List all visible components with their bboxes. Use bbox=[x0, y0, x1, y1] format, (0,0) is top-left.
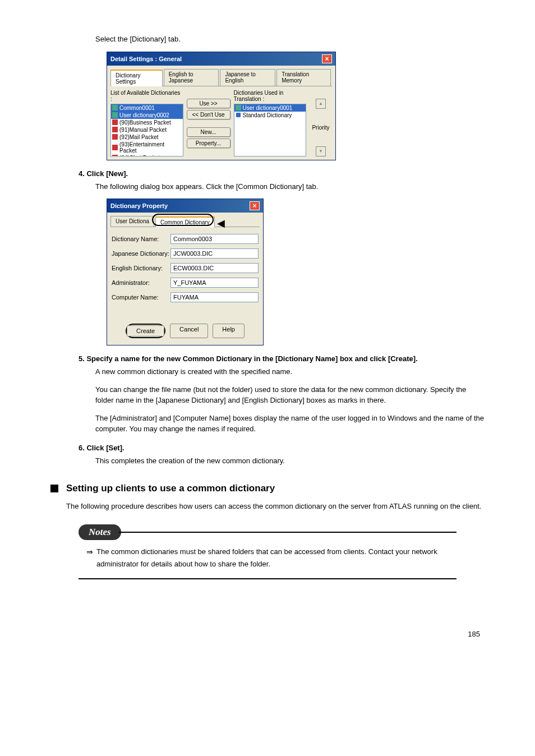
dict-icon bbox=[112, 155, 118, 156]
step-6-desc: This completes the creation of the new c… bbox=[95, 455, 485, 467]
list-item[interactable]: Standard Dictionary bbox=[234, 112, 306, 119]
tab-en-jp[interactable]: English to Japanese bbox=[164, 69, 219, 86]
list-item[interactable]: (92)Mail Packet bbox=[111, 133, 183, 141]
close-icon[interactable]: × bbox=[250, 201, 260, 210]
tabs-1: Dictionary Settings English to Japanese … bbox=[110, 69, 332, 86]
dict-icon bbox=[236, 112, 241, 118]
cancel-button[interactable]: Cancel bbox=[170, 324, 208, 338]
property-button[interactable]: Property... bbox=[187, 139, 230, 148]
notes-rule-top bbox=[119, 532, 456, 533]
notes-box: Notes ⇒ The common dictionaries must be … bbox=[79, 524, 456, 579]
available-dict-list[interactable]: Common0001 User dictionary0002 (90)Busin… bbox=[110, 104, 183, 156]
notes-rule-bottom bbox=[79, 578, 456, 579]
window-title-1: Detail Settings : General bbox=[110, 56, 182, 62]
dict-icon bbox=[112, 145, 118, 150]
help-button[interactable]: Help bbox=[213, 324, 245, 338]
priority-down-button[interactable]: ▼ bbox=[316, 146, 326, 156]
close-icon[interactable]: × bbox=[322, 54, 332, 63]
notes-badge: Notes bbox=[79, 524, 121, 540]
step-5-desc-3: The [Administrator] and [Computer Name] … bbox=[95, 413, 485, 435]
dict-icon bbox=[112, 134, 118, 140]
tab-translation-memory[interactable]: Translation Memory bbox=[276, 69, 331, 86]
dict-name-input[interactable] bbox=[170, 234, 259, 244]
tab-user-dictionary[interactable]: User Dictiona bbox=[110, 216, 154, 227]
window-title-2: Dictionary Property bbox=[110, 202, 168, 209]
new-button[interactable]: New... bbox=[187, 127, 230, 137]
page-number: 185 bbox=[50, 630, 485, 638]
used-dict-label: Dictionaries Used in Translation : bbox=[234, 90, 307, 102]
notes-text: The common dictionaries must be shared f… bbox=[96, 546, 456, 570]
notes-arrow-icon: ⇒ bbox=[86, 546, 93, 570]
dont-use-button[interactable]: << Don't Use bbox=[187, 110, 230, 119]
create-button[interactable]: Create bbox=[127, 325, 164, 336]
step-5: 5. Specify a name for the new Common Dic… bbox=[79, 354, 485, 363]
admin-input[interactable] bbox=[170, 278, 259, 288]
use-button[interactable]: Use >> bbox=[187, 99, 230, 108]
section-marker-icon bbox=[50, 485, 58, 492]
jp-dict-label: Japanese Dictionary: bbox=[112, 250, 170, 257]
computer-name-input[interactable] bbox=[170, 292, 259, 302]
dict-icon bbox=[236, 105, 241, 110]
en-dict-input[interactable] bbox=[170, 263, 259, 273]
dict-icon bbox=[112, 112, 118, 118]
intro-text: Select the [Dictionary] tab. bbox=[95, 34, 485, 45]
computer-name-label: Computer Name: bbox=[112, 294, 170, 301]
step-4: 4. Click [New]. bbox=[79, 169, 485, 178]
tabs-2: User Dictiona Common Dictionary bbox=[110, 216, 260, 227]
step-6: 6. Click [Set]. bbox=[79, 444, 485, 452]
dict-name-label: Dictionary Name: bbox=[112, 236, 170, 242]
priority-up-button[interactable]: ▲ bbox=[316, 99, 326, 109]
tab-jp-en[interactable]: Japanese to English bbox=[220, 69, 275, 86]
annotation-arrow-icon: ◀ bbox=[217, 217, 225, 229]
step-5-desc-1: A new common dictionary is created with … bbox=[95, 366, 485, 377]
available-dict-label: List of Available Dictionaries : bbox=[110, 90, 183, 102]
dictionary-property-window: Dictionary Property × User Dictiona Comm… bbox=[107, 199, 264, 345]
list-item[interactable]: Common0001 bbox=[111, 104, 183, 112]
tab-dictionary-settings[interactable]: Dictionary Settings bbox=[110, 70, 163, 86]
section-body: The following procedure describes how us… bbox=[66, 501, 485, 512]
list-item[interactable]: (93)Entertainment Packet bbox=[111, 141, 183, 154]
list-item[interactable]: (90)Business Packet bbox=[111, 119, 183, 126]
list-item[interactable]: User dictionary0001 bbox=[234, 104, 306, 112]
section-header: Setting up clients to use a common dicti… bbox=[50, 483, 485, 494]
used-dict-list[interactable]: User dictionary0001 Standard Dictionary bbox=[234, 104, 307, 156]
list-item[interactable]: (91)Manual Packet bbox=[111, 126, 183, 133]
titlebar-1: Detail Settings : General × bbox=[107, 52, 335, 66]
titlebar-2: Dictionary Property × bbox=[107, 199, 263, 213]
priority-label: Priority bbox=[312, 125, 329, 131]
annotation-circle-create: Create bbox=[126, 324, 165, 338]
en-dict-label: English Dictionary: bbox=[112, 265, 170, 271]
dict-icon bbox=[112, 127, 118, 132]
list-item[interactable]: (94)Chat Packet bbox=[111, 154, 183, 156]
step-5-desc-2: You can change the file name (but not th… bbox=[95, 384, 485, 406]
jp-dict-input[interactable] bbox=[170, 248, 259, 259]
admin-label: Administrator: bbox=[112, 279, 170, 286]
step-4-desc: The following dialog box appears. Click … bbox=[95, 181, 485, 192]
detail-settings-window: Detail Settings : General × Dictionary S… bbox=[107, 52, 336, 160]
list-item[interactable]: User dictionary0002 bbox=[111, 112, 183, 119]
section-title: Setting up clients to use a common dicti… bbox=[66, 483, 275, 494]
dict-icon bbox=[112, 105, 118, 110]
dict-icon bbox=[112, 119, 118, 125]
tab-common-dictionary[interactable]: Common Dictionary bbox=[155, 216, 215, 227]
